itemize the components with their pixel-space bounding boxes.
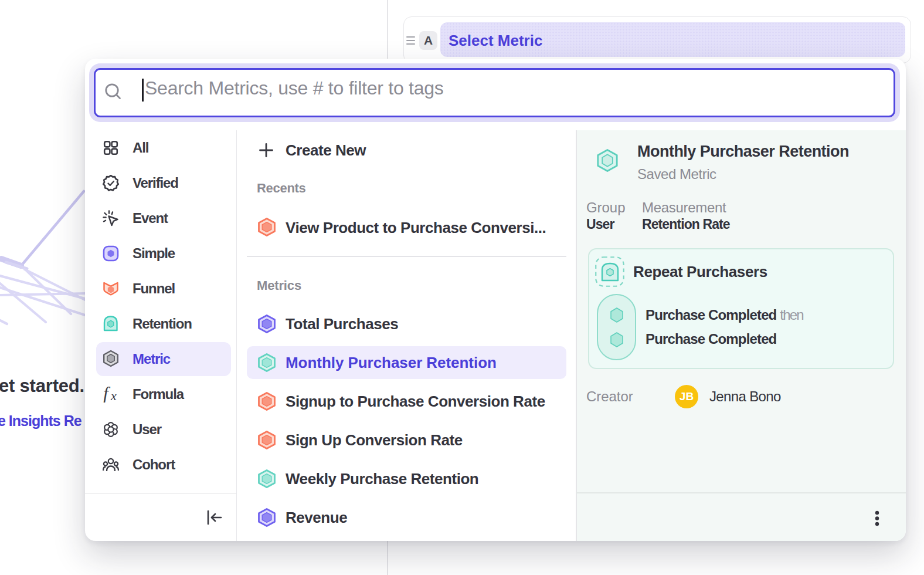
svg-text:f: f [103, 386, 111, 402]
svg-text:x: x [110, 388, 117, 402]
